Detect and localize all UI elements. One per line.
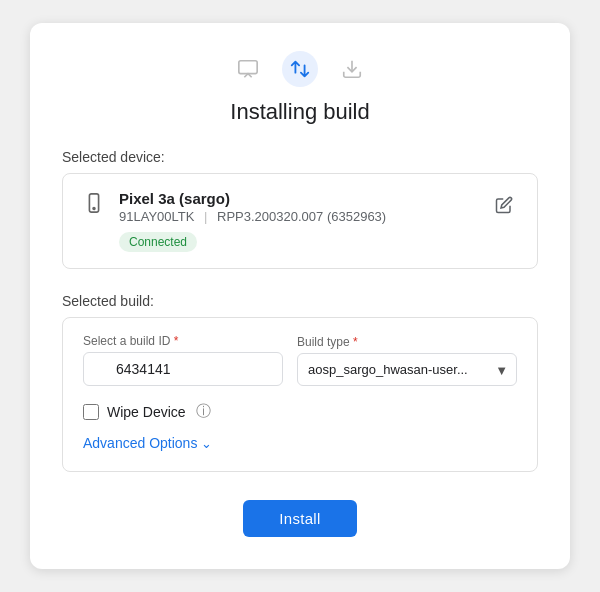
separator: |	[204, 209, 207, 224]
advanced-options-button[interactable]: Advanced Options ⌄	[83, 435, 212, 451]
device-serial: 91LAY00LTK	[119, 209, 194, 224]
help-icon[interactable]: ⓘ	[196, 402, 211, 421]
build-id-required: *	[174, 334, 179, 348]
advanced-options-label: Advanced Options	[83, 435, 197, 451]
build-fields: Select a build ID * 🔍 Build type * aosp_…	[83, 334, 517, 386]
wipe-device-checkbox[interactable]	[83, 404, 99, 420]
build-type-select-wrapper: aosp_sargo_hwasan-user... ▼	[297, 353, 517, 386]
connected-badge: Connected	[119, 232, 197, 252]
download-icon	[334, 51, 370, 87]
wipe-device-row: Wipe Device ⓘ	[83, 402, 517, 421]
build-id-search-wrapper: 🔍	[83, 352, 283, 386]
build-type-required: *	[353, 335, 358, 349]
build-id-input[interactable]	[83, 352, 283, 386]
build-id-group: Select a build ID * 🔍	[83, 334, 283, 386]
device-info: Pixel 3a (sargo) 91LAY00LTK | RPP3.20032…	[119, 190, 477, 252]
chevron-down-icon: ⌄	[201, 436, 212, 451]
build-type-select[interactable]: aosp_sargo_hwasan-user...	[297, 353, 517, 386]
build-type-label: Build type *	[297, 335, 517, 349]
phone-icon	[83, 192, 105, 220]
device-section-label: Selected device:	[62, 149, 538, 165]
svg-rect-0	[239, 61, 257, 74]
edit-device-button[interactable]	[491, 192, 517, 223]
device-card: Pixel 3a (sargo) 91LAY00LTK | RPP3.20032…	[62, 173, 538, 269]
svg-point-3	[93, 208, 95, 210]
wipe-device-label: Wipe Device	[107, 404, 186, 420]
build-id-label: Select a build ID *	[83, 334, 283, 348]
installing-build-dialog: Installing build Selected device: Pixel …	[30, 23, 570, 569]
device-details: 91LAY00LTK | RPP3.200320.007 (6352963)	[119, 209, 477, 224]
device-name: Pixel 3a (sargo)	[119, 190, 477, 207]
stepper	[62, 51, 538, 87]
build-card: Select a build ID * 🔍 Build type * aosp_…	[62, 317, 538, 472]
build-type-group: Build type * aosp_sargo_hwasan-user... ▼	[297, 335, 517, 386]
monitor-icon	[230, 51, 266, 87]
install-button[interactable]: Install	[243, 500, 356, 537]
page-title: Installing build	[62, 99, 538, 125]
install-row: Install	[62, 500, 538, 537]
build-section-label: Selected build:	[62, 293, 538, 309]
device-build: RPP3.200320.007 (6352963)	[217, 209, 386, 224]
transfer-icon	[282, 51, 318, 87]
